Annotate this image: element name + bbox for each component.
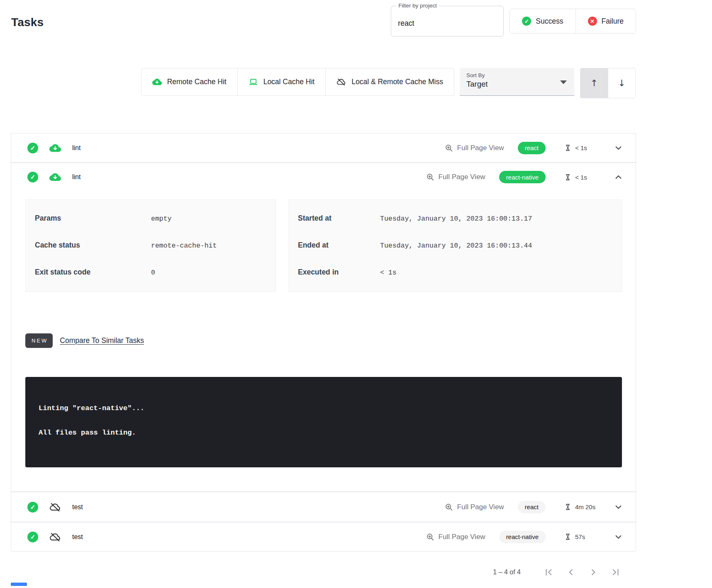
- full-page-view-button[interactable]: Full Page View: [426, 173, 485, 182]
- detail-row: Params empty: [26, 205, 276, 232]
- project-filter-input[interactable]: [391, 6, 503, 36]
- magnifier-plus-icon: [444, 503, 454, 512]
- sort-by-label: Sort By: [466, 72, 568, 78]
- cloud-off-icon: [336, 77, 346, 87]
- sort-descending-button[interactable]: ↓: [608, 68, 635, 98]
- magnifier-plus-icon: [444, 143, 454, 153]
- chevron-down-icon: [614, 143, 623, 153]
- project-badge: react: [518, 142, 546, 154]
- last-page-button[interactable]: [605, 567, 627, 578]
- task-row-left: ✓ test: [27, 501, 83, 513]
- task-duration: < 1s: [564, 144, 602, 152]
- toolbar: Remote Cache Hit Local Cache Hit Local &…: [0, 68, 712, 98]
- success-filter-label: Success: [536, 17, 563, 26]
- sort-by-value: Target: [466, 80, 568, 89]
- task-name: lint: [72, 144, 80, 152]
- sort-ascending-button[interactable]: ↑: [580, 68, 608, 98]
- hourglass-icon: [564, 144, 572, 152]
- tasks-page: Tasks Filter by project ✓ Success ✕ Fail…: [0, 0, 712, 588]
- check-circle-icon: ✓: [27, 502, 38, 513]
- check-circle-icon: ✓: [27, 172, 38, 182]
- check-circle-icon: ✓: [27, 143, 38, 153]
- failure-filter-button[interactable]: ✕ Failure: [575, 9, 636, 33]
- full-page-view-button[interactable]: Full Page View: [444, 503, 504, 512]
- params-value: empty: [151, 215, 172, 223]
- chevron-down-icon: [614, 532, 623, 542]
- first-page-icon: [543, 567, 554, 578]
- detail-row: Executed in < 1s: [289, 259, 622, 286]
- task-row-right: Full Page View react 4m 20s: [444, 501, 623, 513]
- task-row-header[interactable]: ✓ lint Full Page View react-native: [11, 163, 636, 191]
- task-duration-label: < 1s: [575, 174, 587, 181]
- task-meta-panel: Params empty Cache status remote-cache-h…: [25, 199, 276, 292]
- task-name: test: [72, 533, 83, 541]
- chevron-up-icon: [614, 173, 623, 182]
- pagination-range: 1 – 4 of 4: [493, 569, 521, 576]
- next-page-button[interactable]: [582, 567, 605, 578]
- last-page-icon: [610, 567, 621, 578]
- detail-row: Started at Tuesday, January 10, 2023 16:…: [289, 205, 622, 232]
- task-duration-label: 4m 20s: [575, 503, 595, 510]
- detail-row: Cache status remote-cache-hit: [26, 232, 276, 259]
- task-name: lint: [72, 173, 80, 181]
- task-detail-grid: Params empty Cache status remote-cache-h…: [25, 199, 622, 292]
- expand-row-button[interactable]: [614, 502, 623, 512]
- cache-miss-label: Local & Remote Cache Miss: [351, 78, 443, 86]
- cloud-off-icon: [49, 501, 61, 513]
- header-controls: Filter by project ✓ Success ✕ Failure: [391, 6, 636, 36]
- executed-in-label: Executed in: [298, 268, 380, 277]
- task-row: ✓ test Full Page View react: [11, 491, 636, 522]
- task-row-right: Full Page View react-native < 1s: [426, 171, 623, 183]
- arrow-down-icon: ↓: [618, 78, 625, 88]
- full-page-view-label: Full Page View: [457, 503, 504, 511]
- task-row-header[interactable]: ✓ test Full Page View react: [11, 492, 636, 522]
- arrow-up-icon: ↑: [590, 78, 598, 88]
- expand-row-button[interactable]: [614, 143, 623, 153]
- started-at-label: Started at: [298, 214, 380, 223]
- executed-in-value: < 1s: [380, 269, 397, 277]
- task-duration-label: < 1s: [575, 144, 587, 151]
- task-row-right: Full Page View react-native 57s: [426, 531, 623, 543]
- task-row: ✓ test Full Page View react-native: [11, 522, 636, 551]
- cache-status-value: remote-cache-hit: [151, 242, 217, 250]
- full-page-view-button[interactable]: Full Page View: [426, 532, 485, 542]
- compare-to-similar-tasks-link[interactable]: Compare To Similar Tasks: [60, 336, 144, 345]
- task-row: ✓ lint Full Page View react-native: [11, 162, 636, 491]
- hourglass-icon: [564, 533, 572, 541]
- collapse-row-button[interactable]: [614, 173, 623, 182]
- first-page-button[interactable]: [537, 567, 560, 578]
- task-row-header[interactable]: ✓ lint Full Page View react: [11, 134, 636, 162]
- full-page-view-label: Full Page View: [457, 144, 504, 152]
- status-filter-group: ✓ Success ✕ Failure: [510, 9, 636, 34]
- terminal-line: All files pass linting.: [39, 429, 610, 437]
- expand-row-button[interactable]: [614, 532, 623, 542]
- ended-at-value: Tuesday, January 10, 2023 16:00:13.44: [380, 242, 532, 250]
- chevron-left-icon: [566, 567, 576, 578]
- remote-cache-hit-button[interactable]: Remote Cache Hit: [141, 68, 238, 96]
- task-row-left: ✓ lint: [27, 142, 80, 154]
- remote-cache-hit-label: Remote Cache Hit: [167, 78, 227, 86]
- full-page-view-label: Full Page View: [439, 173, 485, 181]
- success-filter-button[interactable]: ✓ Success: [510, 9, 575, 33]
- task-row-right: Full Page View react < 1s: [444, 142, 623, 154]
- chevron-right-icon: [588, 567, 599, 578]
- task-detail-panel: Params empty Cache status remote-cache-h…: [11, 199, 636, 491]
- full-page-view-button[interactable]: Full Page View: [444, 143, 504, 153]
- full-page-view-label: Full Page View: [439, 533, 485, 541]
- previous-page-button[interactable]: [560, 567, 582, 578]
- sort-by-select[interactable]: Sort By Target: [460, 68, 574, 96]
- sort-direction-group: ↑ ↓: [580, 68, 636, 98]
- task-row-header[interactable]: ✓ test Full Page View react-native: [11, 522, 636, 551]
- exit-code-label: Exit status code: [35, 268, 151, 277]
- detail-row: Exit status code 0: [26, 259, 276, 286]
- local-cache-hit-button[interactable]: Local Cache Hit: [238, 68, 326, 96]
- cache-miss-button[interactable]: Local & Remote Cache Miss: [326, 68, 454, 96]
- chevron-down-icon: [614, 502, 623, 512]
- video-progress-bar: [11, 583, 27, 586]
- magnifier-plus-icon: [426, 173, 435, 182]
- check-circle-icon: ✓: [27, 532, 38, 542]
- project-filter-field: Filter by project: [391, 6, 504, 36]
- task-duration: 4m 20s: [564, 503, 602, 511]
- project-filter-label: Filter by project: [396, 2, 439, 9]
- task-timing-panel: Started at Tuesday, January 10, 2023 16:…: [288, 199, 622, 292]
